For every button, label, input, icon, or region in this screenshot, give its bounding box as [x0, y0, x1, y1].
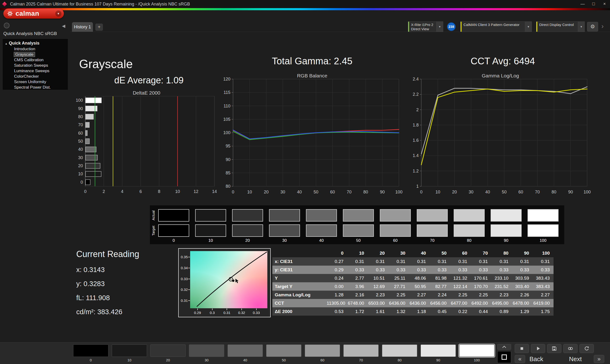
tree-expander-icon[interactable]: ▴	[5, 42, 7, 45]
table-row: Target Y0.003.9612.6927.7150.9582.77122.…	[272, 282, 554, 291]
pattern-level-button-100[interactable]: 100	[459, 344, 494, 362]
stop-icon	[519, 345, 525, 351]
table-cell: 6436.00	[389, 299, 409, 307]
sidebar-item-introduction[interactable]: Introduction	[3, 46, 68, 52]
table-col-header: 100	[533, 249, 554, 257]
pattern-generator-dropdown[interactable]: CalMAN Client 3 Pattern Generator ▼	[460, 21, 532, 32]
table-cell: 10.51	[368, 274, 389, 282]
close-button[interactable]: ×	[599, 0, 610, 8]
table-cell: 2.27	[533, 291, 554, 299]
target-patch-70	[417, 224, 448, 237]
target-patch-40	[306, 224, 337, 237]
table-cell: 0.29	[327, 266, 347, 274]
pattern-dropdown-arrow-icon[interactable]: ▼	[525, 22, 532, 32]
table-col-header: 50	[430, 249, 451, 257]
pattern-level-button-90[interactable]: 90	[421, 344, 456, 362]
pattern-level-swatch	[382, 344, 417, 357]
pattern-level-button-0[interactable]: 0	[73, 344, 108, 362]
pattern-level-button-60[interactable]: 60	[305, 344, 340, 362]
actual-patch-60	[380, 209, 411, 221]
meter-dropdown[interactable]: X-Rite i1Pro 2 Direct View ▼	[408, 21, 443, 32]
pattern-level-swatch	[228, 344, 263, 357]
svg-text:0: 0	[84, 189, 87, 194]
sidebar-item-spectral-power-dist-[interactable]: Spectral Power Dist.	[3, 85, 68, 90]
pattern-window-icon	[502, 354, 507, 360]
table-cell: 231.52	[492, 282, 512, 291]
calman-logo-menu[interactable]: calman ▼	[3, 9, 64, 19]
table-cell: 6748.00	[347, 299, 368, 307]
pattern-level-button-50[interactable]: 50	[266, 344, 301, 362]
display-control-dropdown[interactable]: Direct Display Control ▼	[536, 21, 585, 32]
logo-menu-arrow-icon[interactable]: ▼	[55, 11, 62, 17]
table-cell: 0.44	[471, 307, 492, 316]
play-button[interactable]	[531, 344, 545, 353]
sidebar-item-cms-calibration[interactable]: CMS Calibration	[3, 57, 68, 63]
cie-x-tick-label: 0.33	[251, 311, 262, 315]
svg-text:10: 10	[247, 190, 252, 195]
pattern-level-button-10[interactable]: 10	[112, 344, 147, 362]
display-dropdown-arrow-icon[interactable]: ▼	[578, 22, 584, 32]
next-button[interactable]: Next	[569, 355, 582, 363]
pattern-level-button-40[interactable]: 40	[228, 344, 263, 362]
swatch-level-label: 60	[380, 238, 411, 243]
meter-dropdown-arrow-icon[interactable]: ▼	[436, 22, 443, 32]
table-col-header: 20	[368, 249, 389, 257]
info-circle-icon[interactable]	[4, 23, 10, 28]
svg-text:100: 100	[395, 190, 402, 195]
pattern-level-button-70[interactable]: 70	[343, 344, 379, 362]
target-patch-60	[380, 224, 411, 237]
sidebar-item-label: Spectral Power Dist.	[14, 85, 51, 90]
sidebar-item-label: Grayscale	[14, 52, 35, 57]
target-patch-90	[491, 224, 522, 237]
pattern-level-button-80[interactable]: 80	[382, 344, 417, 362]
svg-text:12: 12	[194, 189, 198, 194]
sidebar-item-colorchecker[interactable]: ColorChecker	[3, 74, 68, 79]
table-row: Gamma Log/Log1.282.162.232.252.272.242.2…	[272, 291, 554, 299]
tree-root-item[interactable]: ▴Quick Analysis	[3, 40, 68, 46]
svg-text:2.2: 2.2	[413, 92, 419, 97]
next-skip-button[interactable]: »	[594, 355, 604, 363]
refresh-button[interactable]	[580, 344, 594, 353]
swatch-level-label: 30	[269, 238, 300, 243]
svg-text:60: 60	[519, 190, 523, 195]
table-cell: 0.24	[327, 274, 347, 282]
back-skip-button[interactable]: «	[515, 355, 525, 363]
pattern-level-button-20[interactable]: 20	[150, 344, 186, 362]
cie-chromaticity-chart: 0.310.320.330.340.350.290.30.310.320.33	[178, 248, 271, 317]
back-button[interactable]: Back	[530, 355, 543, 363]
table-cell: 2.24	[430, 291, 451, 299]
toolbar-expand-button[interactable]	[497, 344, 511, 350]
pattern-window-button[interactable]	[497, 351, 511, 363]
stop-button[interactable]	[515, 344, 529, 353]
link-button[interactable]	[563, 344, 578, 353]
pattern-level-swatch	[459, 344, 494, 357]
swatch-level-label: 80	[454, 238, 485, 243]
sidebar-item-luminance-sweeps[interactable]: Luminance Sweeps	[3, 68, 68, 74]
cie-y-tick	[188, 268, 190, 268]
table-cell: 383.43	[533, 282, 554, 291]
target-row-label: Target	[151, 224, 156, 237]
settings-gear-button[interactable]: ⚙	[587, 22, 598, 31]
svg-text:80: 80	[226, 184, 230, 189]
actual-patch-20	[232, 209, 263, 221]
pattern-level-button-30[interactable]: 30	[189, 344, 224, 362]
svg-text:4: 4	[121, 189, 123, 194]
reading-value: cd/m²: 383.426	[76, 308, 176, 316]
swatch-level-labels: 0102030405060708090100	[158, 238, 558, 243]
svg-text:105: 105	[223, 117, 230, 122]
tab-history-1[interactable]: History 1	[72, 22, 93, 32]
sidebar-item-screen-uniformity[interactable]: Screen Uniformity	[3, 79, 68, 85]
sidebar-item-saturation-sweeps[interactable]: Saturation Sweeps	[3, 63, 68, 68]
pattern-level-swatch	[73, 344, 108, 357]
save-button[interactable]	[547, 344, 561, 353]
panel-chevron-icon[interactable]: ›	[601, 22, 604, 30]
svg-text:120: 120	[223, 77, 230, 81]
target-patch-10	[195, 224, 226, 237]
sidebar-item-grayscale[interactable]: Grayscale	[3, 52, 68, 57]
cie-y-tick	[188, 279, 190, 279]
sidebar-collapse-button[interactable]: ◀	[62, 23, 65, 29]
maximize-button[interactable]: □	[588, 0, 599, 8]
add-tab-button[interactable]: +	[95, 24, 103, 31]
swatch-level-label: 50	[343, 238, 374, 243]
minimize-button[interactable]: —	[577, 0, 588, 8]
